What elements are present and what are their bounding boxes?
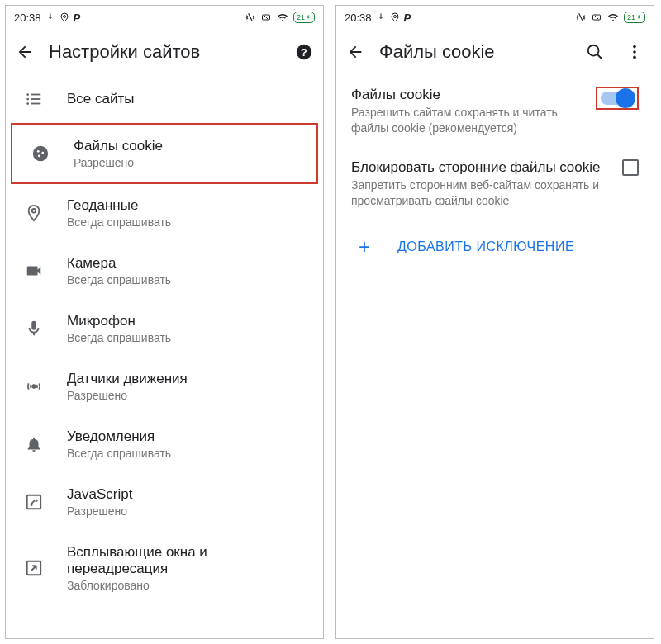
- row-location[interactable]: Геоданные Всегда спрашивать: [6, 184, 323, 242]
- page-title-right: Файлы cookie: [379, 41, 571, 63]
- no-sim-icon: [591, 12, 602, 22]
- svg-rect-9: [31, 103, 40, 105]
- row-all-sites[interactable]: Все сайты: [6, 75, 323, 123]
- row-label: Камера: [67, 255, 311, 272]
- svg-point-4: [26, 93, 29, 96]
- plus-icon: +: [354, 235, 374, 258]
- download-icon: [45, 12, 55, 22]
- svg-point-8: [26, 102, 29, 105]
- wifi-icon: [276, 12, 289, 22]
- row-sub: Всегда спрашивать: [67, 331, 311, 344]
- location-icon: [59, 12, 69, 22]
- vibrate-icon: [245, 12, 256, 23]
- no-sim-icon: [260, 12, 272, 22]
- row-sub: Всегда спрашивать: [67, 447, 311, 460]
- row-mic[interactable]: Микрофон Всегда спрашивать: [6, 300, 323, 358]
- svg-point-23: [633, 56, 636, 59]
- status-time: 20:38: [14, 12, 41, 24]
- row-javascript[interactable]: JavaScript Разрешено: [6, 473, 323, 531]
- app-bar-left: Настройки сайтов ?: [6, 29, 323, 75]
- row-label: Геоданные: [67, 197, 311, 214]
- svg-point-14: [32, 209, 36, 213]
- p-icon: P: [404, 12, 411, 24]
- app-bar-right: Файлы cookie: [336, 29, 654, 75]
- cookie-icon: [31, 144, 50, 163]
- svg-point-20: [588, 45, 599, 56]
- svg-point-6: [26, 98, 29, 101]
- popup-icon: [24, 559, 44, 577]
- row-notifications[interactable]: Уведомления Всегда спрашивать: [6, 415, 323, 473]
- more-icon[interactable]: [625, 43, 644, 61]
- svg-point-12: [41, 152, 44, 154]
- row-sub: Разрешено: [74, 156, 305, 169]
- p-icon: P: [74, 12, 81, 24]
- row-sub: Разрешено: [67, 389, 311, 402]
- row-camera[interactable]: Камера Всегда спрашивать: [6, 242, 323, 300]
- row-sub: Всегда спрашивать: [67, 273, 311, 286]
- svg-point-22: [633, 50, 636, 54]
- phone-left: 20:38 P 21 Настройки сайтов ? Все сайты: [5, 5, 324, 639]
- row-block-thirdparty[interactable]: Блокировать сторонние файлы cookie Запре…: [336, 148, 654, 220]
- help-icon[interactable]: ?: [295, 43, 313, 61]
- row-label: Все сайты: [67, 91, 311, 107]
- svg-point-15: [32, 385, 36, 388]
- cookies-toggle[interactable]: [596, 87, 639, 110]
- vibrate-icon: [575, 12, 587, 23]
- svg-point-18: [393, 16, 396, 18]
- svg-point-0: [63, 16, 65, 18]
- search-icon[interactable]: [586, 43, 604, 61]
- js-icon: [24, 493, 44, 511]
- status-bar: 20:38 P 21: [6, 6, 323, 29]
- row-sub: Всегда спрашивать: [67, 215, 311, 229]
- battery-icon: 21: [624, 12, 645, 23]
- wifi-icon: [606, 12, 620, 22]
- svg-point-13: [38, 154, 40, 157]
- row-label: Уведомления: [67, 429, 311, 445]
- svg-point-21: [633, 45, 636, 49]
- block-checkbox[interactable]: [622, 159, 639, 176]
- svg-rect-7: [31, 98, 40, 100]
- cookie-settings: Файлы cookie Разрешить сайтам сохранять …: [336, 75, 654, 638]
- status-time: 20:38: [345, 12, 372, 24]
- row-sub: Разрешено: [67, 504, 311, 518]
- row-sub: Заблокировано: [67, 579, 311, 592]
- mic-icon: [24, 320, 44, 338]
- location-icon: [390, 12, 400, 22]
- svg-point-10: [33, 146, 48, 161]
- row-motion[interactable]: Датчики движения Разрешено: [6, 358, 323, 415]
- page-title-left: Настройки сайтов: [49, 41, 280, 63]
- motion-icon: [24, 377, 44, 395]
- svg-text:?: ?: [301, 46, 307, 59]
- location-icon: [24, 204, 44, 222]
- row-label: Датчики движения: [67, 371, 311, 387]
- settings-list: Все сайты Файлы cookie Разрешено Геоданн…: [6, 75, 323, 638]
- bell-icon: [24, 435, 44, 453]
- svg-rect-5: [31, 94, 40, 96]
- row-popups[interactable]: Всплывающие окна и переадресация Заблоки…: [6, 531, 323, 605]
- row-label: Микрофон: [67, 313, 311, 329]
- camera-icon: [24, 262, 44, 280]
- back-icon[interactable]: [346, 43, 364, 61]
- row-label: JavaScript: [67, 486, 311, 503]
- phone-right: 20:38 P 21 Файлы cookie Файлы cookie Раз: [335, 5, 654, 639]
- download-icon: [376, 12, 386, 22]
- svg-point-11: [37, 150, 40, 153]
- add-exception-button[interactable]: + ДОБАВИТЬ ИСКЛЮЧЕНИЕ: [336, 220, 654, 273]
- row-cookies[interactable]: Файлы cookie Разрешено: [11, 123, 318, 184]
- row-sub: Запретить сторонним веб-сайтам сохранять…: [351, 178, 607, 209]
- row-label: Блокировать сторонние файлы cookie: [351, 159, 607, 176]
- status-bar: 20:38 P 21: [336, 6, 654, 29]
- row-cookies-toggle[interactable]: Файлы cookie Разрешить сайтам сохранять …: [336, 75, 654, 148]
- add-label: ДОБАВИТЬ ИСКЛЮЧЕНИЕ: [397, 239, 574, 254]
- list-icon: [24, 90, 44, 108]
- row-label: Всплывающие окна и переадресация: [67, 544, 311, 577]
- battery-icon: 21: [293, 12, 315, 23]
- row-label: Файлы cookie: [351, 87, 581, 103]
- row-sub: Разрешить сайтам сохранять и читать файл…: [351, 105, 581, 136]
- back-icon[interactable]: [16, 43, 34, 61]
- row-label: Файлы cookie: [74, 138, 305, 154]
